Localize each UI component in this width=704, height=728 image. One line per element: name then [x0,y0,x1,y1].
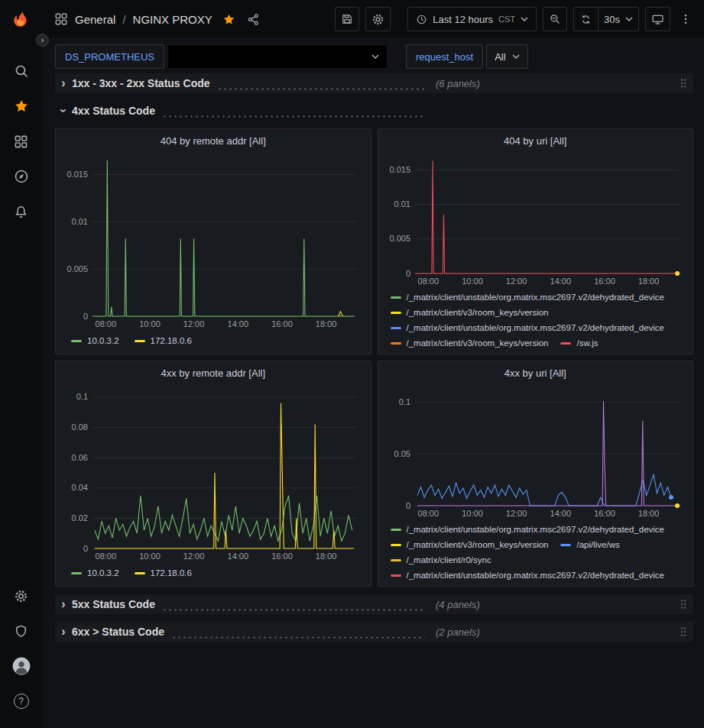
row-drag-handle-icon[interactable] [680,599,687,610]
save-dashboard-button[interactable] [335,7,359,31]
legend-item[interactable]: /_matrix/client/unstable/org.matrix.msc2… [391,569,665,581]
grafana-app: General / NGINX PROXY [0,0,704,728]
legend-label: /_matrix/client/unstable/org.matrix.msc2… [407,291,665,304]
svg-text:18:00: 18:00 [316,552,337,561]
sidebar-item-server-admin[interactable] [0,613,42,649]
row-drag-handle-icon[interactable] [680,626,687,637]
legend-label: /_matrix/client/unstable/org.matrix.msc2… [407,523,665,536]
variable-label-ds-prometheus[interactable]: DS_PROMETHEUS [55,44,164,69]
svg-text:0.005: 0.005 [67,264,88,273]
legend-label: /_matrix/client/unstable/org.matrix.msc2… [407,322,665,335]
legend-item[interactable]: /_matrix/client/v3/room_keys/version [391,306,549,319]
datasource-value-select[interactable] [167,44,388,69]
toolbar-actions: Last 12 hours CST [335,7,695,31]
chevron-down-icon [512,54,520,59]
legend-item[interactable]: 172.18.0.6 [135,567,192,580]
svg-text:08:00: 08:00 [417,277,439,286]
kebab-menu-icon [680,13,692,25]
legend-color-marker [391,544,401,546]
panel-title[interactable]: 404 by remote addr [All] [62,133,365,152]
svg-text:0.1: 0.1 [76,392,88,401]
legend-label: 10.0.3.2 [87,567,119,580]
sidebar-item-starred[interactable] [0,89,42,124]
sidebar-item-dashboards[interactable] [0,124,42,159]
legend-item[interactable]: /_matrix/client/r0/sync [391,554,492,567]
tv-mode-button[interactable] [645,7,670,31]
search-icon [14,63,29,79]
sidebar-item-explore[interactable] [0,159,42,194]
legend-item[interactable]: /_matrix/client/v3/room_keys/version [391,337,549,349]
row-panel-count: (6 panels) [436,78,480,89]
legend-item[interactable]: 172.18.0.6 [135,335,192,348]
svg-text:14:00: 14:00 [228,552,249,561]
panel-title[interactable]: 4xx by uri [All] [384,365,687,384]
chevron-down-icon [625,17,633,21]
legend-item[interactable]: /_matrix/client/unstable/org.matrix.msc2… [391,322,665,335]
row-1xx-3xx-2xx-status-code[interactable]: › 1xx - 3xx - 2xx Status Code (6 panels) [55,73,693,93]
save-icon [341,13,353,25]
row-6xx-status-code[interactable]: › 6xx > Status Code (2 panels) [55,622,693,642]
legend-item[interactable]: /sw.js [560,337,598,349]
svg-text:0: 0 [405,269,410,278]
share-icon[interactable] [247,13,260,26]
time-range-picker[interactable]: Last 12 hours CST [407,7,537,31]
row-title: 4xx Status Code [72,105,155,117]
legend-item[interactable]: 10.0.3.2 [71,335,119,348]
legend-item[interactable]: /_matrix/client/v3/room_keys/version [391,539,549,552]
time-series-plot[interactable]: 00.0050.010.01508:0010:0012:0014:0016:00… [384,152,686,286]
time-series-plot[interactable]: 00.050.108:0010:0012:0014:0016:0018:00 [384,384,686,519]
row-4xx-status-code[interactable]: › 4xx Status Code [55,101,693,121]
svg-text:0.04: 0.04 [72,483,88,492]
panel-404-by-remote-addr: 404 by remote addr [All] 00.0050.010.015… [55,128,371,354]
zoom-out-button[interactable] [543,7,567,31]
legend-item[interactable]: 10.0.3.2 [71,567,119,580]
svg-text:0: 0 [83,544,88,553]
legend-item[interactable]: /api/live/ws [560,539,619,552]
refresh-interval-select[interactable]: 30s [598,7,639,31]
grafana-logo[interactable] [0,9,42,29]
dashboard-settings-button[interactable] [365,7,391,31]
clock-icon [416,14,427,25]
svg-text:0.02: 0.02 [72,513,88,523]
sidebar-item-help[interactable]: ? [0,684,42,719]
sidebar-item-configuration[interactable] [0,578,42,613]
row-drag-handle-icon[interactable] [680,78,687,89]
legend-label: 172.18.0.6 [151,567,192,580]
row-panel-count: (4 panels) [436,599,480,610]
time-series-plot[interactable]: 00.0050.010.01508:0010:0012:0014:0016:00… [62,152,363,329]
svg-text:08:00: 08:00 [417,509,439,518]
panel-title[interactable]: 4xx by remote addr [All] [62,365,365,384]
sidebar-item-search[interactable] [0,53,42,89]
legend-color-marker [71,572,82,574]
legend-label: /_matrix/client/v3/room_keys/version [407,337,549,349]
svg-text:12:00: 12:00 [505,277,527,286]
legend-item[interactable]: /_matrix/client/unstable/org.matrix.msc2… [391,291,665,304]
request-host-select[interactable]: All [486,44,527,69]
legend-label: /_matrix/client/unstable/org.matrix.msc2… [407,569,665,581]
row-5xx-status-code[interactable]: › 5xx Status Code (4 panels) [55,594,693,614]
svg-text:12:00: 12:00 [183,319,205,328]
sidebar-item-alerting[interactable] [0,194,42,229]
refresh-button[interactable] [573,7,598,31]
breadcrumb-dashboard-title[interactable]: NGINX PROXY [133,13,212,26]
help-question-icon: ? [14,694,29,709]
legend-label: /api/live/ws [576,539,619,552]
more-options-kebab-button[interactable] [676,7,695,31]
breadcrumb-folder[interactable]: General [75,13,115,26]
variable-label-request-host[interactable]: request_host [406,44,483,69]
svg-text:08:00: 08:00 [96,552,117,561]
chevron-right-icon: › [41,35,44,44]
panel-title[interactable]: 404 by uri [All] [384,133,687,152]
panel-4xx-by-remote-addr: 4xx by remote addr [All] 00.020.040.060.… [55,361,371,587]
favorite-star-icon[interactable] [222,13,235,26]
svg-text:18:00: 18:00 [637,277,659,286]
sidebar-expand-button[interactable]: › [36,34,49,47]
svg-text:0.1: 0.1 [398,397,410,406]
dotted-leader [217,88,425,90]
left-sidebar: ? [0,38,42,728]
time-series-plot[interactable]: 00.020.040.060.080.108:0010:0012:0014:00… [62,384,363,561]
legend-item[interactable]: /_matrix/client/unstable/org.matrix.msc2… [391,523,665,536]
row-title: 6xx > Status Code [72,626,164,638]
svg-text:14:00: 14:00 [550,277,571,286]
sidebar-item-profile[interactable] [0,649,42,684]
